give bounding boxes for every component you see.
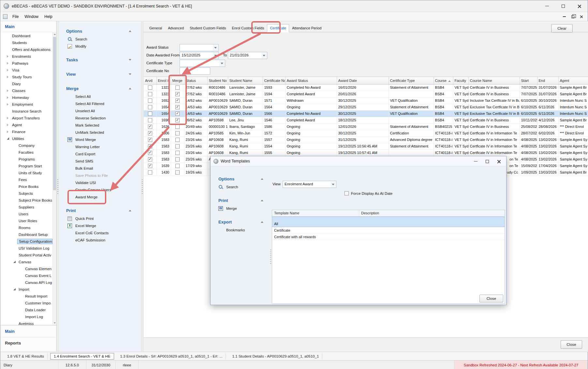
task-item-modify[interactable]: Modify	[59, 43, 141, 50]
collapse-icon[interactable]	[7, 137, 9, 140]
column-header-merge[interactable]: Merge	[171, 77, 184, 84]
document-tab-1-4-enrolment-search-vet-he[interactable]: 1.4 Enrolment Search - VET & HE	[50, 353, 114, 360]
task-item-warning-letter[interactable]: Warning Letter	[59, 143, 141, 150]
template-row-certificate-with-all-rewards[interactable]: Certificate with all rewards	[272, 234, 505, 240]
task-item-ecaf-submission[interactable]: eCAF Submission	[59, 237, 141, 244]
merge-checkbox[interactable]	[175, 118, 180, 122]
sidebar-item-program-start[interactable]: Program Start	[0, 162, 52, 169]
merge-checkbox[interactable]	[175, 157, 180, 161]
expand-icon[interactable]	[7, 96, 8, 99]
merge-checkbox[interactable]	[175, 170, 180, 175]
dialog-splitter[interactable]	[270, 210, 272, 304]
scroll-up-icon[interactable]	[53, 32, 56, 36]
arrived-checkbox[interactable]	[148, 144, 152, 148]
sidebar-scrollbar[interactable]	[52, 32, 56, 325]
task-item-create-canvas-users[interactable]: Create Canvas Users	[59, 186, 141, 193]
table-row[interactable]: 165214/52 wksAP0010629SAMID, Duran1571Wi…	[144, 97, 588, 104]
table-row[interactable]: 165414/53 wksAP0010629SAMID, Duran1564On…	[144, 104, 588, 110]
column-header-arvd[interactable]: Arvd	[144, 77, 156, 84]
column-header-course-name[interactable]: Course Name	[468, 77, 520, 84]
arrived-checkbox[interactable]	[148, 138, 152, 142]
column-header-description[interactable]: Description	[359, 210, 505, 216]
sidebar-item-import-log[interactable]: Import Log	[0, 313, 52, 320]
dialog-header-export[interactable]: Export	[211, 218, 270, 226]
expand-icon[interactable]	[7, 89, 8, 92]
column-header-certificate-type[interactable]: Certificate Type	[389, 77, 434, 84]
sidebar-item-price-books[interactable]: Price Books	[0, 183, 52, 190]
sidebar-group-reports[interactable]: Reports	[0, 337, 56, 349]
certificate-no-input[interactable]	[180, 68, 210, 75]
merge-checkbox[interactable]	[175, 99, 180, 103]
collapse-icon[interactable]	[13, 261, 16, 263]
column-header-faculty[interactable]: Faculty	[453, 77, 468, 84]
task-item-word-merge[interactable]: WWord Merge	[59, 136, 141, 143]
task-header-view[interactable]: View	[59, 70, 141, 79]
expand-icon[interactable]	[7, 62, 8, 65]
column-header-student-no[interactable]: Student No	[207, 77, 228, 84]
arrived-checkbox[interactable]	[148, 92, 152, 96]
sidebar-item-offers-and-applications[interactable]: Offers and Applications	[0, 46, 52, 53]
sidebar-item-users[interactable]: Users	[0, 210, 52, 217]
arrived-checkbox[interactable]	[148, 118, 152, 122]
merge-checkbox[interactable]	[175, 92, 180, 96]
sidebar-item-students[interactable]: Students	[0, 39, 52, 46]
collapse-icon[interactable]	[13, 288, 16, 290]
merge-checkbox[interactable]	[175, 105, 180, 109]
dialog-item-merge[interactable]: WMerge	[211, 205, 270, 212]
sidebar-item-fees[interactable]: Fees	[0, 176, 52, 183]
expand-icon[interactable]	[7, 124, 8, 126]
task-item-mark-selected[interactable]: Mark Selected	[59, 122, 141, 129]
table-row[interactable]: 132327/52 wksR0010486Lannister, Jaime159…	[144, 84, 588, 91]
expand-icon[interactable]	[7, 69, 8, 71]
arrived-checkbox[interactable]	[148, 170, 152, 175]
dropdown-arrow-icon[interactable]	[261, 53, 267, 58]
task-item-quick-print[interactable]: Quick Print	[59, 215, 141, 222]
table-row[interactable]: 158323/26 wksAP10608Kang, Rumi1557Ongoin…	[144, 136, 588, 143]
sidebar-item-classes[interactable]: Classes	[0, 87, 52, 94]
expand-icon[interactable]	[7, 55, 8, 58]
column-header-end[interactable]: End	[537, 77, 558, 84]
dialog-close-x-button[interactable]	[493, 156, 505, 166]
task-item-excel-coe-contacts[interactable]: Excel CoE Contacts	[59, 229, 141, 237]
sidebar-item-company[interactable]: Company	[0, 142, 52, 149]
document-tab-1-3-enrol-details-s-ap0010629-a0510-1-a051[interactable]: 1.3 Enrol Details - S#: AP0010629 a0510_…	[117, 353, 226, 360]
table-row[interactable]: 158323/26 wksAP10608Kang, Rumi1554Ongoin…	[144, 143, 588, 149]
sidebar-item-subject-price-books[interactable]: Subject Price Books	[0, 197, 52, 204]
sidebar-group-main[interactable]: Main	[0, 325, 56, 337]
date-awarded-to-input[interactable]: 21/01/2026	[228, 52, 267, 59]
dropdown-arrow-icon[interactable]	[331, 181, 336, 187]
sidebar-item-visa[interactable]: Visa	[0, 67, 52, 73]
dialog-minimize-button[interactable]	[470, 156, 481, 166]
task-item-unselect-all[interactable]: Unselect All	[59, 107, 141, 115]
template-row-certificate[interactable]: Certificate	[272, 227, 505, 234]
sidebar-item-airport-transfers[interactable]: Airport Transfers	[0, 115, 52, 121]
mdi-minimize-button[interactable]	[561, 13, 568, 20]
tab-general[interactable]: General	[146, 24, 165, 32]
task-item-send-sms[interactable]: Send SMS	[59, 158, 141, 165]
tab-advanced[interactable]: Advanced	[165, 24, 187, 32]
arrived-checkbox[interactable]	[148, 105, 152, 109]
merge-checkbox[interactable]	[175, 85, 180, 90]
sidebar-item-dashboard[interactable]: Dashboard	[0, 32, 52, 39]
dropdown-arrow-icon[interactable]	[219, 60, 225, 66]
sidebar-item-canvas-event-l[interactable]: Canvas Event L	[0, 272, 52, 279]
arrived-checkbox[interactable]	[148, 151, 152, 155]
sidebar-item-subjects[interactable]: Subjects	[0, 190, 52, 197]
arrived-checkbox[interactable]	[148, 131, 152, 135]
task-item-select-all-filtered[interactable]: Select All Filtered	[59, 100, 141, 107]
menu-file[interactable]: File	[9, 13, 22, 20]
sidebar-item-suppliers[interactable]: Suppliers	[0, 204, 52, 210]
task-item-reverse-selection[interactable]: Reverse Selection	[59, 115, 141, 122]
tab-enrol-custom-fields[interactable]: Enrol Custom Fields	[229, 24, 267, 32]
dialog-header-options[interactable]: Options	[211, 175, 270, 183]
table-row[interactable]: 169609/52 wksAP10598Lee, Jinu1546Complet…	[144, 117, 588, 123]
expand-icon[interactable]	[7, 76, 8, 78]
table-row[interactable]: 162620/49 wks00000100 1Ibarra, Santiago1…	[144, 123, 588, 130]
sidebar-item-study-tours[interactable]: Study Tours	[0, 73, 52, 80]
sidebar-item-pathways[interactable]: Pathways	[0, 60, 52, 67]
sidebar-item-faculties[interactable]: Faculties	[0, 149, 52, 156]
sidebar-item-dashboard-setup[interactable]: Dashboard Setup	[0, 231, 52, 238]
sidebar-item-result-import[interactable]: Result Import	[0, 293, 52, 300]
certificate-type-select[interactable]	[180, 60, 225, 67]
merge-checkbox[interactable]	[175, 131, 180, 135]
